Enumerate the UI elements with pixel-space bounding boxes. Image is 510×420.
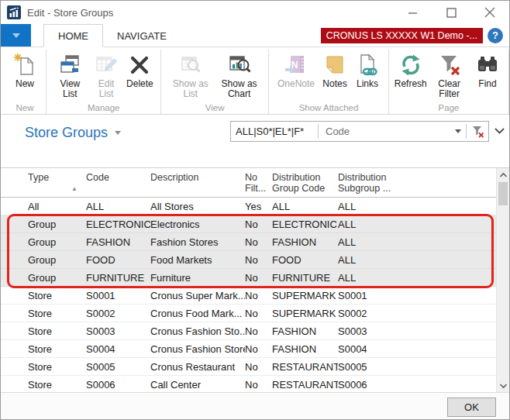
ribbon-button-label: OneNote bbox=[277, 79, 315, 89]
ok-button[interactable]: OK bbox=[447, 398, 496, 417]
dialog-footer: OK bbox=[1, 392, 509, 419]
ribbon-button-label: Links bbox=[357, 79, 378, 89]
table-row[interactable]: StoreS0003Cronus Fashion Sto...NoFASHION… bbox=[1, 322, 497, 340]
table-cell: Fashion Stores bbox=[150, 236, 245, 248]
table-cell: No bbox=[245, 236, 272, 248]
filter-column-dropdown[interactable]: Code bbox=[319, 122, 466, 141]
ribbon-button-delete[interactable]: Delete bbox=[123, 51, 156, 91]
table-cell: S0002 bbox=[86, 308, 150, 319]
table-cell: ALL bbox=[272, 201, 338, 212]
title-bar: Edit - Store Groups bbox=[1, 1, 509, 24]
clear-filter-icon[interactable] bbox=[467, 122, 488, 141]
table-row[interactable]: GroupELECTRONICElectronicsNoELECTRONICAL… bbox=[1, 215, 497, 233]
ribbon: NewNewView ListEdit ListDeleteManageShow… bbox=[1, 47, 509, 115]
application-menu-button[interactable] bbox=[1, 24, 31, 46]
minimize-button[interactable] bbox=[404, 5, 421, 20]
scrollbar-thumb[interactable] bbox=[498, 182, 508, 205]
table-row[interactable]: StoreS0004Cronus Fashion StoreNoFASHIONS… bbox=[1, 340, 497, 358]
maximize-button[interactable] bbox=[443, 5, 460, 20]
ribbon-group-label: Page bbox=[389, 103, 508, 112]
ribbon-group-label: New bbox=[4, 103, 46, 112]
ribbon-button-label: View List bbox=[55, 79, 85, 99]
ribbon-button-clear-filter[interactable]: Clear Filter bbox=[427, 51, 471, 101]
table-cell: ALL bbox=[86, 201, 150, 212]
table-cell: Cronus Restaurant bbox=[150, 361, 245, 373]
table-row[interactable]: StoreS0006Call CenterNoRESTAURANTS0006 bbox=[1, 376, 497, 392]
scroll-up-icon[interactable] bbox=[497, 168, 509, 181]
ribbon-button-find[interactable]: Find bbox=[471, 51, 504, 91]
table-cell: Store bbox=[28, 290, 86, 301]
table-cell: S0001 bbox=[338, 290, 497, 301]
scrollbar-track[interactable] bbox=[497, 206, 509, 379]
column-header-text: Type bbox=[28, 172, 83, 183]
table-cell: No bbox=[245, 308, 272, 319]
ribbon-group-page: RefreshClear FilterFindPage bbox=[389, 50, 509, 114]
column-header-code[interactable]: Code bbox=[86, 172, 150, 183]
table-cell: RESTAURANT bbox=[272, 361, 338, 373]
table-cell: ALL bbox=[338, 201, 497, 212]
scroll-down-icon[interactable] bbox=[497, 379, 509, 392]
table-cell: SUPERMARK bbox=[272, 308, 338, 319]
table-row[interactable]: GroupFASHIONFashion StoresNoFASHIONALL bbox=[1, 233, 497, 251]
table-cell: SUPERMARK bbox=[272, 290, 338, 301]
ribbon-group-show-attached: NOneNoteNotesLinksShow Attached bbox=[269, 50, 389, 114]
column-header-description[interactable]: Description bbox=[150, 172, 245, 183]
table-row[interactable]: StoreS0001Cronus Super Mark...NoSUPERMAR… bbox=[1, 287, 497, 305]
ribbon-group-label: Show Attached bbox=[269, 103, 388, 112]
table-cell: ALL bbox=[338, 272, 497, 284]
table-cell: FASHION bbox=[272, 343, 338, 355]
chevron-down-icon bbox=[115, 131, 121, 135]
ribbon-button-onenote: NOneNote bbox=[274, 51, 319, 91]
table-cell: ALL bbox=[338, 219, 497, 230]
table-row[interactable]: GroupFOODFood MarketsNoFOODALL bbox=[1, 251, 497, 269]
ribbon-group-new: NewNew bbox=[4, 50, 47, 114]
ribbon-button-notes[interactable]: Notes bbox=[319, 51, 351, 91]
window-title: Edit - Store Groups bbox=[27, 7, 113, 19]
tab-home[interactable]: HOME bbox=[43, 24, 103, 47]
table-cell: No bbox=[245, 325, 272, 337]
ribbon-button-label: Edit List bbox=[93, 79, 120, 99]
table-cell: All Stores bbox=[150, 201, 245, 212]
page-title[interactable]: Store Groups bbox=[25, 125, 121, 141]
grid-body: AllALLAll StoresYesALLALLGroupELECTRONIC… bbox=[1, 198, 497, 392]
edit-store-groups-window: Edit - Store Groups HOME NAVIGATE CRONUS… bbox=[0, 0, 510, 420]
column-header-distribution-group-code[interactable]: DistributionGroup Code bbox=[272, 172, 338, 194]
column-header-text: Distribution bbox=[338, 172, 494, 183]
tab-navigate[interactable]: NAVIGATE bbox=[103, 24, 181, 47]
table-cell: Food Markets bbox=[150, 254, 245, 266]
ribbon-button-label: Show as List bbox=[170, 79, 211, 99]
table-cell: All bbox=[28, 201, 86, 212]
table-cell: S0004 bbox=[338, 343, 497, 355]
column-header-text: Distribution bbox=[272, 172, 335, 183]
table-cell: Store bbox=[28, 343, 86, 355]
ribbon-group-label: View bbox=[161, 103, 268, 112]
column-header-text: Code bbox=[86, 172, 147, 183]
table-cell: FURNITURE bbox=[86, 272, 150, 284]
ribbon-button-refresh[interactable]: Refresh bbox=[394, 51, 427, 91]
vertical-scrollbar[interactable] bbox=[496, 168, 509, 392]
table-cell: Cronus Fashion Store bbox=[150, 343, 245, 355]
ribbon-button-show-as-chart[interactable]: Show as Chart bbox=[215, 51, 264, 101]
ribbon-button-links[interactable]: Links bbox=[351, 51, 384, 91]
table-row[interactable]: StoreS0002Cronus Food Mark...NoSUPERMARK… bbox=[1, 305, 497, 322]
ribbon-button-view-list[interactable]: View List bbox=[51, 51, 89, 101]
table-cell: FASHION bbox=[272, 325, 338, 337]
help-icon[interactable]: ? bbox=[488, 28, 503, 43]
column-header-no-filt-[interactable]: NoFilt... bbox=[245, 172, 272, 194]
edit-list-icon bbox=[94, 53, 119, 77]
table-row[interactable]: AllALLAll StoresYesALLALL bbox=[1, 198, 497, 215]
table-row[interactable]: StoreS0005Cronus RestaurantNoRESTAURANTS… bbox=[1, 358, 497, 376]
show-as-list-icon bbox=[178, 53, 203, 77]
table-row[interactable]: GroupFURNITUREFurnitureNoFURNITUREALL bbox=[1, 269, 497, 287]
table-cell: No bbox=[245, 219, 272, 230]
chevron-down-icon bbox=[455, 129, 461, 133]
close-button[interactable] bbox=[481, 5, 498, 20]
table-cell: ELECTRONIC bbox=[272, 219, 338, 230]
column-header-type[interactable]: Type▲ bbox=[28, 172, 86, 183]
ribbon-button-new[interactable]: New bbox=[9, 51, 41, 91]
column-header-distribution-subgroup-[interactable]: DistributionSubgroup ... bbox=[338, 172, 497, 194]
delete-x-icon bbox=[127, 53, 152, 77]
table-cell: Electronics bbox=[150, 219, 245, 230]
collapse-filter-chevron-icon[interactable] bbox=[494, 124, 505, 138]
filter-input[interactable] bbox=[231, 122, 318, 141]
